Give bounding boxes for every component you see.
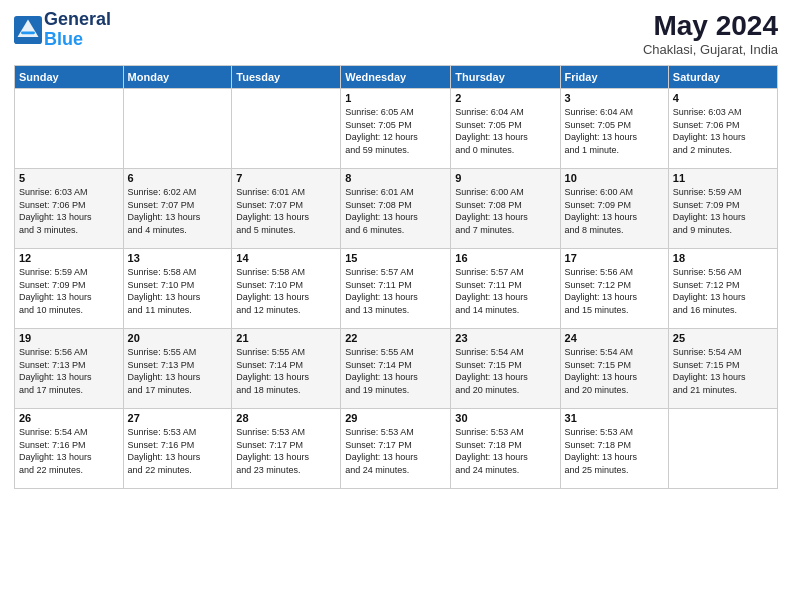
logo-line1: General <box>44 10 111 30</box>
day-number: 20 <box>128 332 228 344</box>
day-info: Sunrise: 5:53 AMSunset: 7:18 PMDaylight:… <box>455 426 555 476</box>
calendar-table: SundayMondayTuesdayWednesdayThursdayFrid… <box>14 65 778 489</box>
day-info: Sunrise: 6:02 AMSunset: 7:07 PMDaylight:… <box>128 186 228 236</box>
week-row-5: 26Sunrise: 5:54 AMSunset: 7:16 PMDayligh… <box>15 409 778 489</box>
day-cell <box>668 409 777 489</box>
day-number: 10 <box>565 172 664 184</box>
day-number: 27 <box>128 412 228 424</box>
col-header-thursday: Thursday <box>451 66 560 89</box>
day-cell: 15Sunrise: 5:57 AMSunset: 7:11 PMDayligh… <box>341 249 451 329</box>
day-cell: 24Sunrise: 5:54 AMSunset: 7:15 PMDayligh… <box>560 329 668 409</box>
day-number: 19 <box>19 332 119 344</box>
day-number: 17 <box>565 252 664 264</box>
day-number: 7 <box>236 172 336 184</box>
day-info: Sunrise: 5:59 AMSunset: 7:09 PMDaylight:… <box>673 186 773 236</box>
day-number: 18 <box>673 252 773 264</box>
day-number: 15 <box>345 252 446 264</box>
day-info: Sunrise: 6:01 AMSunset: 7:08 PMDaylight:… <box>345 186 446 236</box>
day-cell: 25Sunrise: 5:54 AMSunset: 7:15 PMDayligh… <box>668 329 777 409</box>
day-info: Sunrise: 6:04 AMSunset: 7:05 PMDaylight:… <box>455 106 555 156</box>
col-header-saturday: Saturday <box>668 66 777 89</box>
day-number: 1 <box>345 92 446 104</box>
day-cell: 3Sunrise: 6:04 AMSunset: 7:05 PMDaylight… <box>560 89 668 169</box>
day-cell: 4Sunrise: 6:03 AMSunset: 7:06 PMDaylight… <box>668 89 777 169</box>
col-header-tuesday: Tuesday <box>232 66 341 89</box>
svg-rect-2 <box>21 31 35 34</box>
day-number: 12 <box>19 252 119 264</box>
day-number: 13 <box>128 252 228 264</box>
day-info: Sunrise: 5:55 AMSunset: 7:13 PMDaylight:… <box>128 346 228 396</box>
day-cell: 12Sunrise: 5:59 AMSunset: 7:09 PMDayligh… <box>15 249 124 329</box>
day-cell: 22Sunrise: 5:55 AMSunset: 7:14 PMDayligh… <box>341 329 451 409</box>
day-info: Sunrise: 6:03 AMSunset: 7:06 PMDaylight:… <box>673 106 773 156</box>
day-number: 16 <box>455 252 555 264</box>
day-number: 3 <box>565 92 664 104</box>
day-cell: 18Sunrise: 5:56 AMSunset: 7:12 PMDayligh… <box>668 249 777 329</box>
day-number: 21 <box>236 332 336 344</box>
day-info: Sunrise: 6:03 AMSunset: 7:06 PMDaylight:… <box>19 186 119 236</box>
day-cell: 16Sunrise: 5:57 AMSunset: 7:11 PMDayligh… <box>451 249 560 329</box>
day-number: 5 <box>19 172 119 184</box>
day-info: Sunrise: 5:58 AMSunset: 7:10 PMDaylight:… <box>236 266 336 316</box>
day-number: 14 <box>236 252 336 264</box>
day-cell <box>232 89 341 169</box>
day-cell: 8Sunrise: 6:01 AMSunset: 7:08 PMDaylight… <box>341 169 451 249</box>
day-cell: 14Sunrise: 5:58 AMSunset: 7:10 PMDayligh… <box>232 249 341 329</box>
logo-line2: Blue <box>44 29 83 49</box>
logo-text: General Blue <box>44 10 111 50</box>
day-cell <box>123 89 232 169</box>
col-header-wednesday: Wednesday <box>341 66 451 89</box>
day-cell: 10Sunrise: 6:00 AMSunset: 7:09 PMDayligh… <box>560 169 668 249</box>
header: General Blue May 2024 Chaklasi, Gujarat,… <box>14 10 778 57</box>
day-info: Sunrise: 5:55 AMSunset: 7:14 PMDaylight:… <box>236 346 336 396</box>
day-info: Sunrise: 5:57 AMSunset: 7:11 PMDaylight:… <box>455 266 555 316</box>
day-info: Sunrise: 5:53 AMSunset: 7:16 PMDaylight:… <box>128 426 228 476</box>
day-cell: 6Sunrise: 6:02 AMSunset: 7:07 PMDaylight… <box>123 169 232 249</box>
title-area: May 2024 Chaklasi, Gujarat, India <box>643 10 778 57</box>
day-cell: 28Sunrise: 5:53 AMSunset: 7:17 PMDayligh… <box>232 409 341 489</box>
day-info: Sunrise: 5:53 AMSunset: 7:18 PMDaylight:… <box>565 426 664 476</box>
day-cell: 1Sunrise: 6:05 AMSunset: 7:05 PMDaylight… <box>341 89 451 169</box>
day-info: Sunrise: 6:05 AMSunset: 7:05 PMDaylight:… <box>345 106 446 156</box>
day-cell: 5Sunrise: 6:03 AMSunset: 7:06 PMDaylight… <box>15 169 124 249</box>
day-cell: 27Sunrise: 5:53 AMSunset: 7:16 PMDayligh… <box>123 409 232 489</box>
day-info: Sunrise: 5:54 AMSunset: 7:15 PMDaylight:… <box>455 346 555 396</box>
day-cell: 30Sunrise: 5:53 AMSunset: 7:18 PMDayligh… <box>451 409 560 489</box>
day-number: 11 <box>673 172 773 184</box>
col-header-sunday: Sunday <box>15 66 124 89</box>
day-info: Sunrise: 5:53 AMSunset: 7:17 PMDaylight:… <box>236 426 336 476</box>
logo: General Blue <box>14 10 111 50</box>
week-row-1: 1Sunrise: 6:05 AMSunset: 7:05 PMDaylight… <box>15 89 778 169</box>
header-row: SundayMondayTuesdayWednesdayThursdayFrid… <box>15 66 778 89</box>
day-cell: 31Sunrise: 5:53 AMSunset: 7:18 PMDayligh… <box>560 409 668 489</box>
day-info: Sunrise: 5:55 AMSunset: 7:14 PMDaylight:… <box>345 346 446 396</box>
day-info: Sunrise: 5:54 AMSunset: 7:15 PMDaylight:… <box>673 346 773 396</box>
week-row-4: 19Sunrise: 5:56 AMSunset: 7:13 PMDayligh… <box>15 329 778 409</box>
logo-icon <box>14 16 42 44</box>
day-number: 29 <box>345 412 446 424</box>
day-number: 4 <box>673 92 773 104</box>
month-year: May 2024 <box>643 10 778 42</box>
day-info: Sunrise: 6:01 AMSunset: 7:07 PMDaylight:… <box>236 186 336 236</box>
day-cell: 19Sunrise: 5:56 AMSunset: 7:13 PMDayligh… <box>15 329 124 409</box>
day-info: Sunrise: 5:56 AMSunset: 7:12 PMDaylight:… <box>565 266 664 316</box>
day-info: Sunrise: 5:56 AMSunset: 7:13 PMDaylight:… <box>19 346 119 396</box>
day-number: 2 <box>455 92 555 104</box>
day-cell: 20Sunrise: 5:55 AMSunset: 7:13 PMDayligh… <box>123 329 232 409</box>
day-info: Sunrise: 5:54 AMSunset: 7:16 PMDaylight:… <box>19 426 119 476</box>
day-cell: 23Sunrise: 5:54 AMSunset: 7:15 PMDayligh… <box>451 329 560 409</box>
location: Chaklasi, Gujarat, India <box>643 42 778 57</box>
day-cell: 11Sunrise: 5:59 AMSunset: 7:09 PMDayligh… <box>668 169 777 249</box>
day-number: 26 <box>19 412 119 424</box>
day-number: 23 <box>455 332 555 344</box>
day-number: 22 <box>345 332 446 344</box>
day-cell <box>15 89 124 169</box>
day-cell: 17Sunrise: 5:56 AMSunset: 7:12 PMDayligh… <box>560 249 668 329</box>
day-cell: 9Sunrise: 6:00 AMSunset: 7:08 PMDaylight… <box>451 169 560 249</box>
day-number: 28 <box>236 412 336 424</box>
week-row-3: 12Sunrise: 5:59 AMSunset: 7:09 PMDayligh… <box>15 249 778 329</box>
col-header-monday: Monday <box>123 66 232 89</box>
day-number: 30 <box>455 412 555 424</box>
day-info: Sunrise: 6:00 AMSunset: 7:09 PMDaylight:… <box>565 186 664 236</box>
day-cell: 13Sunrise: 5:58 AMSunset: 7:10 PMDayligh… <box>123 249 232 329</box>
